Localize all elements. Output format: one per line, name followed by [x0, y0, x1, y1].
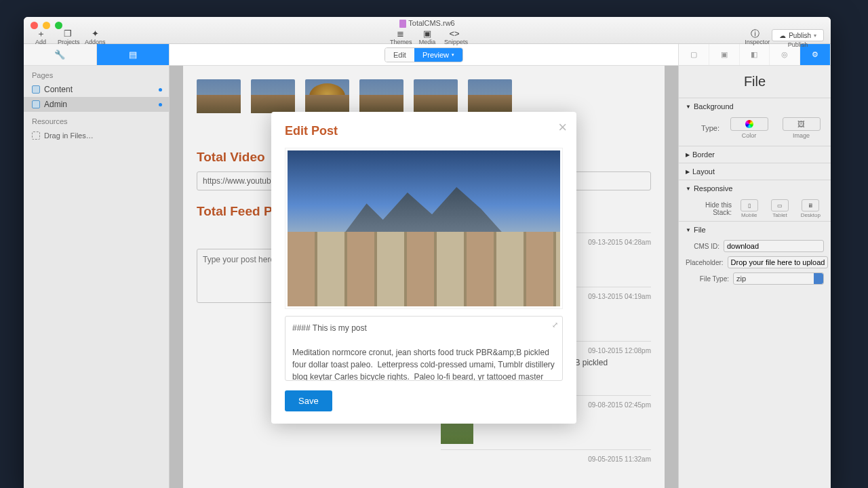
document-icon — [399, 20, 406, 28]
close-icon: × — [558, 119, 567, 136]
inspector-title: File — [679, 66, 831, 98]
hide-desktop[interactable]: 🖥Desktop — [797, 199, 824, 218]
page-icon — [32, 85, 40, 94]
media-icon: ▣ — [417, 29, 437, 39]
placeholder-input[interactable] — [728, 256, 828, 268]
hide-mobile[interactable]: ▯Mobile — [736, 199, 762, 218]
resources-header: Resources — [24, 112, 169, 128]
modal-title: Edit Post — [285, 124, 563, 138]
save-button[interactable]: Save — [285, 390, 332, 411]
section-layout[interactable]: ▶Layout — [679, 163, 831, 180]
post-item[interactable]: 09-05-2015 11:32am — [441, 449, 651, 468]
tablet-icon: ▭ — [777, 203, 783, 209]
triangle-down-icon: ▼ — [686, 227, 691, 233]
drag-in-files[interactable]: Drag in Files… — [24, 128, 169, 143]
sidebar: 🔧 ▤ Pages Content Admin Resources Drag i… — [24, 44, 170, 488]
titlebar: TotalCMS.rw6 ＋Add ❐Projects ✦Addons ≣The… — [24, 17, 831, 44]
section-responsive[interactable]: ▼Responsive — [679, 180, 831, 197]
thumbnail[interactable] — [197, 79, 241, 113]
filetype-select[interactable]: zip — [733, 272, 824, 285]
edit-mode-button[interactable]: Edit — [385, 48, 414, 62]
thumbnail[interactable] — [414, 79, 458, 113]
chevron-down-icon: ▾ — [814, 33, 816, 39]
triangle-right-icon: ▶ — [686, 169, 690, 175]
thumbnail[interactable] — [359, 79, 403, 113]
thumbnail[interactable] — [468, 79, 512, 113]
wrench-icon: 🔧 — [54, 49, 65, 60]
snippets-icon: <> — [444, 29, 465, 39]
page-icon: ▤ — [129, 49, 137, 60]
sidebar-item-content[interactable]: Content — [24, 82, 169, 97]
desktop-icon: 🖥 — [808, 203, 813, 209]
triangle-down-icon: ▼ — [686, 186, 691, 192]
thumbnail[interactable] — [305, 79, 349, 113]
bg-type-color[interactable]: Color — [726, 117, 772, 139]
document-title: TotalCMS.rw6 — [24, 19, 831, 28]
inspector-tab-2[interactable]: ▣ — [709, 44, 740, 65]
publish-button[interactable]: ☁Publish▾ — [772, 29, 824, 41]
modified-dot-icon — [159, 103, 162, 106]
expand-icon[interactable]: ⤢ — [552, 319, 558, 331]
image-thumbnails — [197, 79, 651, 113]
section-background[interactable]: ▼Background — [679, 98, 831, 115]
preview-mode-button[interactable]: Preview▾ — [414, 48, 462, 62]
inspector-tab-1[interactable]: ▢ — [679, 44, 709, 65]
inspector-panel: ▢ ▣ ◧ ◎ ⚙ File ▼Background Type: Color 🖼… — [678, 44, 831, 488]
color-wheel-icon — [745, 120, 753, 128]
info-icon: ⓘ — [745, 29, 765, 39]
page-icon — [32, 100, 40, 108]
sidebar-tab-pages[interactable]: ▤ — [97, 44, 170, 65]
snippets-button[interactable]: <>Snippets — [444, 29, 465, 45]
post-image[interactable] — [285, 148, 563, 309]
close-button[interactable]: × — [558, 119, 567, 136]
triangle-down-icon: ▼ — [686, 104, 691, 110]
publish-wrap: ☁Publish▾ Publish — [772, 29, 824, 48]
pages-header: Pages — [24, 66, 169, 82]
thumbnail[interactable] — [251, 79, 295, 113]
section-file[interactable]: ▼File — [679, 222, 831, 238]
section-border[interactable]: ▶Border — [679, 146, 831, 163]
themes-icon: ≣ — [390, 29, 410, 39]
themes-button[interactable]: ≣Themes — [390, 29, 410, 45]
cms-id-input[interactable] — [724, 240, 824, 252]
post-body-textarea[interactable]: ⤢ #### This is my post Meditation normco… — [285, 316, 563, 381]
dropzone-icon — [32, 131, 40, 140]
bg-type-image[interactable]: 🖼Image — [778, 117, 824, 139]
sidebar-item-admin[interactable]: Admin — [24, 97, 169, 112]
modified-dot-icon — [159, 88, 162, 92]
inspector-button[interactable]: ⓘInspector — [745, 29, 765, 48]
app-window: TotalCMS.rw6 ＋Add ❐Projects ✦Addons ≣The… — [24, 17, 831, 488]
edit-preview-bar: Edit Preview▾ — [170, 44, 678, 66]
edit-post-modal: Edit Post × ⤢ #### This is my post Medit… — [271, 112, 576, 424]
cloud-icon: ☁ — [779, 32, 786, 39]
image-icon: 🖼 — [797, 120, 805, 128]
chevron-down-icon: ▾ — [452, 52, 454, 58]
triangle-right-icon: ▶ — [686, 152, 690, 158]
sidebar-tab-tools[interactable]: 🔧 — [24, 44, 97, 65]
hide-tablet[interactable]: ▭Tablet — [766, 199, 793, 218]
phone-icon: ▯ — [748, 203, 751, 209]
media-button[interactable]: ▣Media — [417, 29, 437, 45]
gear-icon: ⚙ — [812, 50, 818, 59]
